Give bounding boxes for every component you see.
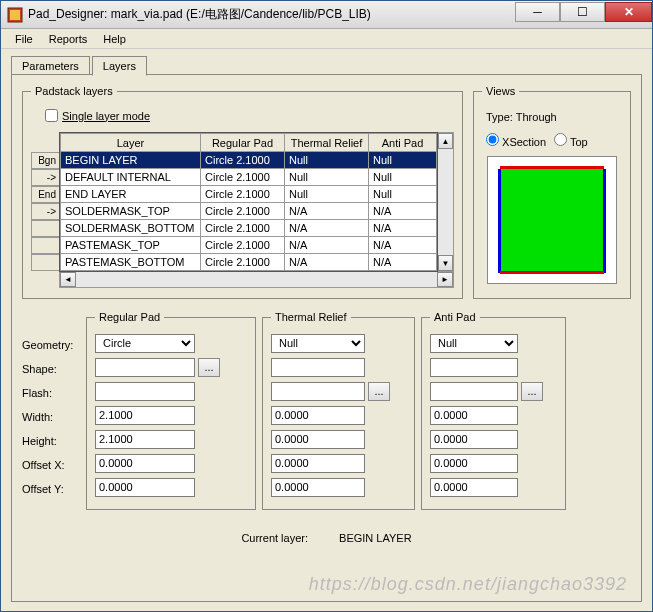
layers-table[interactable]: Layer Regular Pad Thermal Relief Anti Pa…: [59, 132, 438, 272]
label-flash: Flash:: [22, 381, 80, 405]
menu-file[interactable]: File: [7, 31, 41, 47]
rowlabel-6[interactable]: [31, 237, 59, 254]
anti-geometry-select[interactable]: Null: [430, 334, 518, 353]
scroll-left-icon[interactable]: ◄: [60, 272, 76, 287]
horizontal-scrollbar[interactable]: ◄ ►: [59, 272, 454, 288]
close-button[interactable]: ✕: [605, 2, 652, 22]
scroll-track-h[interactable]: [76, 272, 437, 287]
anti-offsetx-input[interactable]: [430, 454, 518, 473]
label-offsety: Offset Y:: [22, 477, 80, 501]
scroll-up-icon[interactable]: ▲: [438, 133, 453, 149]
col-regular[interactable]: Regular Pad: [201, 134, 285, 152]
menubar: File Reports Help: [1, 29, 652, 49]
thermal-offsetx-input[interactable]: [271, 454, 365, 473]
anti-offsety-input[interactable]: [430, 478, 518, 497]
regular-pad-group: Regular Pad Circle ...: [86, 311, 256, 510]
menu-help[interactable]: Help: [95, 31, 134, 47]
label-width: Width:: [22, 405, 80, 429]
label-shape: Shape:: [22, 357, 80, 381]
table-row[interactable]: SOLDERMASK_BOTTOMCircle 2.1000N/AN/A: [61, 220, 437, 237]
anti-pad-group: Anti Pad Null ...: [421, 311, 566, 510]
thermal-relief-group: Thermal Relief Null ...: [262, 311, 415, 510]
regular-offsety-input[interactable]: [95, 478, 195, 497]
anti-flash-input[interactable]: [430, 382, 518, 401]
rowlabel-arrow2[interactable]: ->: [31, 203, 59, 220]
label-geometry: Geometry:: [22, 333, 80, 357]
regular-shape-input[interactable]: [95, 358, 195, 377]
radio-xsection[interactable]: XSection: [486, 133, 546, 148]
table-row[interactable]: SOLDERMASK_TOPCircle 2.1000N/AN/A: [61, 203, 437, 220]
single-layer-mode[interactable]: Single layer mode: [45, 109, 454, 122]
rowlabel-arrow[interactable]: ->: [31, 169, 59, 186]
thermal-shape-input[interactable]: [271, 358, 365, 377]
regular-geometry-select[interactable]: Circle: [95, 334, 195, 353]
padstack-layers-group: Padstack layers Single layer mode Bgn ->…: [22, 85, 463, 299]
tab-panel: Padstack layers Single layer mode Bgn ->…: [11, 74, 642, 602]
rowlabel-5[interactable]: [31, 220, 59, 237]
preview-canvas: [487, 156, 617, 284]
anti-legend: Anti Pad: [430, 311, 480, 323]
app-icon: [7, 7, 23, 23]
scroll-down-icon[interactable]: ▼: [438, 255, 453, 271]
type-label: Type:: [486, 111, 513, 123]
menu-reports[interactable]: Reports: [41, 31, 96, 47]
tab-layers[interactable]: Layers: [92, 56, 147, 76]
col-layer[interactable]: Layer: [61, 134, 201, 152]
thermal-width-input[interactable]: [271, 406, 365, 425]
maximize-button[interactable]: ☐: [560, 2, 605, 22]
col-anti[interactable]: Anti Pad: [369, 134, 437, 152]
anti-height-input[interactable]: [430, 430, 518, 449]
single-layer-label: Single layer mode: [62, 110, 150, 122]
window-buttons: ─ ☐ ✕: [515, 1, 652, 28]
anti-flash-browse[interactable]: ...: [521, 382, 543, 401]
views-group: Views Type: Through XSection Top: [473, 85, 631, 299]
app-window: Pad_Designer: mark_via.pad (E:/电路图/Cande…: [0, 0, 653, 612]
radio-top[interactable]: Top: [554, 133, 588, 148]
type-value: Through: [516, 111, 557, 123]
thermal-height-input[interactable]: [271, 430, 365, 449]
padstack-legend: Padstack layers: [31, 85, 117, 97]
regular-shape-browse[interactable]: ...: [198, 358, 220, 377]
regular-width-input[interactable]: [95, 406, 195, 425]
regular-height-input[interactable]: [95, 430, 195, 449]
views-legend: Views: [482, 85, 519, 97]
current-layer: Current layer: BEGIN LAYER: [22, 532, 631, 544]
minimize-button[interactable]: ─: [515, 2, 560, 22]
svg-rect-1: [10, 10, 20, 20]
regular-flash-input[interactable]: [95, 382, 195, 401]
anti-shape-input[interactable]: [430, 358, 518, 377]
rowlabel-7[interactable]: [31, 254, 59, 271]
table-row[interactable]: PASTEMASK_TOPCircle 2.1000N/AN/A: [61, 237, 437, 254]
current-layer-value: BEGIN LAYER: [339, 532, 412, 544]
vertical-scrollbar[interactable]: ▲ ▼: [438, 132, 454, 272]
anti-width-input[interactable]: [430, 406, 518, 425]
titlebar: Pad_Designer: mark_via.pad (E:/电路图/Cande…: [1, 1, 652, 29]
table-row[interactable]: END LAYERCircle 2.1000NullNull: [61, 186, 437, 203]
regular-offsetx-input[interactable]: [95, 454, 195, 473]
rowlabel-bgn[interactable]: Bgn: [31, 152, 59, 169]
thermal-offsety-input[interactable]: [271, 478, 365, 497]
regular-legend: Regular Pad: [95, 311, 164, 323]
table-row[interactable]: DEFAULT INTERNALCircle 2.1000NullNull: [61, 169, 437, 186]
single-layer-checkbox[interactable]: [45, 109, 58, 122]
col-thermal[interactable]: Thermal Relief: [285, 134, 369, 152]
scroll-right-icon[interactable]: ►: [437, 272, 453, 287]
tab-parameters[interactable]: Parameters: [11, 56, 90, 76]
thermal-flash-browse[interactable]: ...: [368, 382, 390, 401]
label-height: Height:: [22, 429, 80, 453]
thermal-legend: Thermal Relief: [271, 311, 351, 323]
current-layer-label: Current layer:: [241, 532, 308, 544]
watermark: https://blog.csdn.net/jiangchao3392: [309, 574, 627, 595]
table-row[interactable]: PASTEMASK_BOTTOMCircle 2.1000N/AN/A: [61, 254, 437, 271]
row-labels: Bgn -> End ->: [31, 132, 59, 288]
table-row[interactable]: BEGIN LAYERCircle 2.1000NullNull: [61, 152, 437, 169]
label-offsetx: Offset X:: [22, 453, 80, 477]
window-title: Pad_Designer: mark_via.pad (E:/电路图/Cande…: [28, 6, 515, 23]
scroll-track[interactable]: [438, 149, 453, 255]
thermal-geometry-select[interactable]: Null: [271, 334, 365, 353]
rowlabel-end[interactable]: End: [31, 186, 59, 203]
tab-strip: Parameters Layers: [11, 55, 642, 75]
views-type: Type: Through: [486, 111, 618, 123]
client-area: Parameters Layers Padstack layers Single…: [1, 49, 652, 612]
thermal-flash-input[interactable]: [271, 382, 365, 401]
